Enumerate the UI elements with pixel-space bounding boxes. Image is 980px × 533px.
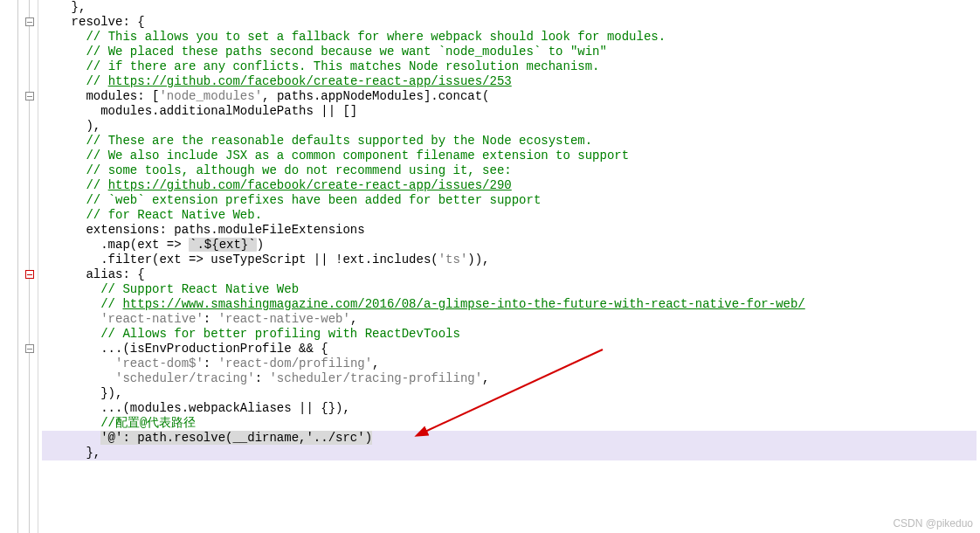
- code-token: .map(ext =>: [100, 238, 189, 252]
- code-line: // Allows for better profiling with Reac…: [42, 327, 977, 342]
- code-token: ...(modules.webpackAliases || {}),: [100, 401, 350, 415]
- code-token: https://www.smashingmagazine.com/2016/08…: [122, 297, 804, 311]
- code-line: alias: {: [42, 267, 977, 282]
- code-token: 'react-dom/profiling': [218, 356, 372, 370]
- code-line: .filter(ext => useTypeScript || !ext.inc…: [42, 253, 977, 267]
- code-line: 'react-native': 'react-native-web',: [42, 312, 977, 327]
- code-token: ),: [86, 119, 100, 133]
- code-token: // if there are any conflicts. This matc…: [86, 59, 599, 73]
- code-line: // https://www.smashingmagazine.com/2016…: [42, 297, 977, 312]
- fold-toggle[interactable]: [25, 92, 34, 100]
- code-token: ,: [372, 356, 379, 370]
- code-token: // We placed these paths second because …: [86, 45, 607, 59]
- code-token: ): [257, 238, 264, 252]
- code-token: alias: [86, 267, 122, 281]
- code-token: 'react-native': [100, 312, 204, 326]
- code-token: :: [204, 312, 218, 326]
- code-line: }),: [42, 386, 977, 401]
- code-line: resolve: {: [42, 15, 977, 30]
- code-line: // These are the reasonable defaults sup…: [42, 134, 977, 149]
- code-token: 'scheduler/tracing': [115, 371, 255, 385]
- code-token: )),: [467, 253, 489, 266]
- code-line: },: [42, 0, 977, 15]
- code-line: },: [42, 446, 977, 460]
- code-editor: }, resolve: { // This allows you to set …: [0, 0, 980, 533]
- code-token: ,: [482, 371, 489, 385]
- code-token: // for React Native Web.: [86, 208, 262, 222]
- code-token: resolve: [72, 15, 123, 29]
- code-line: .map(ext => `.${ext}`): [42, 238, 977, 253]
- code-line: // We also include JSX as a common compo…: [42, 149, 977, 163]
- code-token: , paths.appNodeModules].concat(: [262, 89, 489, 103]
- code-token: '@': path.resolve(__dirname,'../src'): [100, 431, 372, 445]
- code-token: // These are the reasonable defaults sup…: [86, 134, 592, 148]
- code-token: // We also include JSX as a common compo…: [86, 149, 629, 163]
- code-line: // This allows you to set a fallback for…: [42, 30, 977, 45]
- code-token: .filter(ext => useTypeScript || !ext.inc…: [100, 253, 438, 266]
- watermark: CSDN @pikeduo: [893, 517, 973, 530]
- code-line: ...(isEnvProductionProfile && {: [42, 342, 977, 356]
- code-line: '@': path.resolve(__dirname,'../src'): [42, 431, 977, 446]
- code-token: https://github.com/facebook/create-react…: [108, 178, 512, 192]
- code-token: :: [255, 371, 270, 385]
- code-token: //: [86, 178, 107, 192]
- code-token: extensions: [86, 223, 159, 237]
- code-token: : {: [122, 267, 144, 281]
- code-line: 'react-dom$': 'react-dom/profiling',: [42, 356, 977, 371]
- code-token: //: [86, 74, 107, 88]
- code-token: : [: [137, 89, 159, 103]
- code-line: ),: [42, 119, 977, 134]
- fold-guide-line: [29, 0, 30, 533]
- code-token: // `web` extension prefixes have been ad…: [86, 193, 541, 207]
- code-token: 'ts': [438, 253, 468, 266]
- code-token: //配置@代表路径: [100, 416, 196, 430]
- fold-toggle[interactable]: [25, 17, 34, 26]
- fold-toggle[interactable]: [25, 270, 34, 279]
- code-token: `.${ext}`: [189, 238, 257, 252]
- code-area: }, resolve: { // This allows you to set …: [38, 0, 980, 533]
- code-line: // https://github.com/facebook/create-re…: [42, 74, 977, 89]
- code-line: // some tools, although we do not recomm…: [42, 163, 977, 178]
- code-token: //: [100, 297, 122, 311]
- code-token: :: [204, 356, 218, 370]
- code-line: extensions: paths.moduleFileExtensions: [42, 223, 977, 238]
- code-token: // some tools, although we do not recomm…: [86, 163, 511, 177]
- code-token: // Support React Native Web: [100, 282, 299, 296]
- code-token: },: [72, 0, 86, 14]
- code-line: modules: ['node_modules', paths.appNodeM…: [42, 89, 977, 104]
- code-token: modules.additionalModulePaths || []: [100, 104, 357, 118]
- code-token: 'react-dom$': [115, 356, 204, 370]
- code-line: // We placed these paths second because …: [42, 45, 977, 59]
- code-token: }),: [100, 386, 122, 400]
- gutter: [0, 0, 38, 533]
- code-line: //配置@代表路径: [42, 416, 977, 431]
- code-line: // https://github.com/facebook/create-re…: [42, 178, 977, 193]
- code-token: // This allows you to set a fallback for…: [86, 30, 666, 44]
- code-line: // Support React Native Web: [42, 282, 977, 297]
- code-token: https://github.com/facebook/create-react…: [108, 74, 512, 88]
- code-token: ...(isEnvProductionProfile && {: [100, 342, 328, 356]
- code-line: modules.additionalModulePaths || []: [42, 104, 977, 119]
- code-token: : paths.moduleFileExtensions: [159, 223, 364, 237]
- code-token: // Allows for better profiling with Reac…: [100, 327, 460, 341]
- code-token: modules: [86, 89, 137, 103]
- code-token: : {: [122, 15, 144, 29]
- code-line: // `web` extension prefixes have been ad…: [42, 193, 977, 208]
- fold-toggle[interactable]: [25, 344, 34, 353]
- code-line: // for React Native Web.: [42, 208, 977, 223]
- code-token: },: [86, 446, 100, 460]
- code-line: 'scheduler/tracing': 'scheduler/tracing-…: [42, 371, 977, 386]
- code-token: 'node_modules': [159, 89, 262, 103]
- code-token: 'react-native-web': [218, 312, 350, 326]
- code-token: 'scheduler/tracing-profiling': [269, 371, 482, 385]
- code-token: ,: [350, 312, 357, 326]
- code-line: ...(modules.webpackAliases || {}),: [42, 401, 977, 416]
- code-line: // if there are any conflicts. This matc…: [42, 59, 977, 74]
